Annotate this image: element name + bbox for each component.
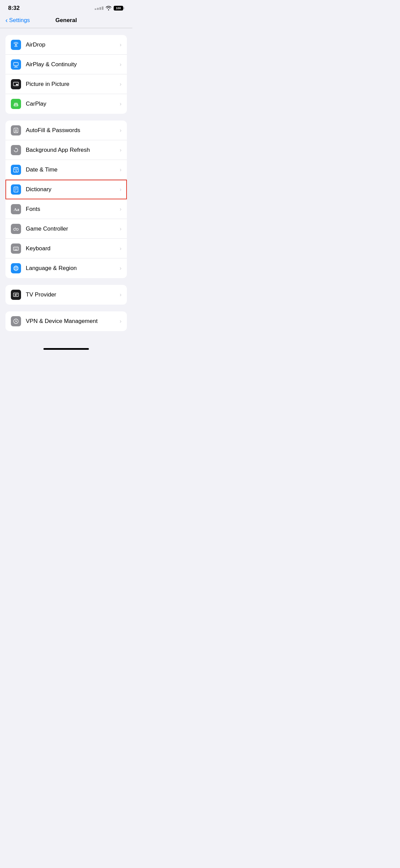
svg-rect-8 xyxy=(14,128,18,133)
fonts-label: Fonts xyxy=(26,206,118,213)
settings-group-1: AirDrop›AirPlay & Continuity›Picture in … xyxy=(5,35,127,114)
svg-point-23 xyxy=(15,229,16,230)
airplay-icon xyxy=(11,59,21,70)
status-time: 8:32 xyxy=(8,5,20,12)
pip-chevron-icon: › xyxy=(120,81,121,87)
settings-row-dictionary[interactable]: Dictionary› xyxy=(5,180,127,199)
vpn-label: VPN & Device Management xyxy=(26,318,118,325)
airplay-chevron-icon: › xyxy=(120,61,121,68)
battery-icon: 100 xyxy=(114,6,124,11)
gamecontroller-label: Game Controller xyxy=(26,225,118,232)
airdrop-chevron-icon: › xyxy=(120,42,121,48)
keyboard-chevron-icon: › xyxy=(120,246,121,252)
autofill-label: AutoFill & Passwords xyxy=(26,127,118,134)
airdrop-label: AirDrop xyxy=(26,41,118,48)
bgrefresh-icon xyxy=(11,145,21,155)
pip-label: Picture in Picture xyxy=(26,81,118,88)
home-bar xyxy=(43,348,89,350)
airplay-label: AirPlay & Continuity xyxy=(26,61,118,68)
language-icon xyxy=(11,263,21,273)
settings-row-vpn[interactable]: VPN & Device Management› xyxy=(5,311,127,331)
airdrop-icon xyxy=(11,40,21,50)
status-icons: 100 xyxy=(95,6,124,11)
settings-group-4: VPN & Device Management› xyxy=(5,311,127,331)
svg-rect-1 xyxy=(14,62,18,66)
bgrefresh-chevron-icon: › xyxy=(120,147,121,153)
back-chevron-icon: ‹ xyxy=(5,16,8,24)
wifi-icon xyxy=(106,6,112,11)
language-label: Language & Region xyxy=(26,265,118,272)
svg-point-35 xyxy=(14,266,18,271)
settings-content: AirDrop›AirPlay & Continuity›Picture in … xyxy=(0,28,132,345)
gamecontroller-chevron-icon: › xyxy=(120,226,121,232)
svg-rect-16 xyxy=(14,187,18,192)
tvprovider-chevron-icon: › xyxy=(120,292,121,298)
settings-group-2: AutoFill & Passwords›Background App Refr… xyxy=(5,121,127,278)
signal-icon xyxy=(95,6,103,10)
svg-rect-4 xyxy=(16,84,18,85)
vpn-icon xyxy=(11,316,21,326)
carplay-icon xyxy=(11,99,21,109)
bgrefresh-label: Background App Refresh xyxy=(26,147,118,153)
settings-row-tvprovider[interactable]: $TV Provider› xyxy=(5,285,127,305)
dictionary-icon xyxy=(11,184,21,195)
settings-row-datetime[interactable]: Date & Time› xyxy=(5,160,127,180)
carplay-label: CarPlay xyxy=(26,101,118,107)
svg-point-0 xyxy=(15,44,17,46)
carplay-chevron-icon: › xyxy=(120,101,121,107)
nav-bar: ‹ Settings General xyxy=(0,14,132,28)
settings-row-bgrefresh[interactable]: Background App Refresh› xyxy=(5,140,127,160)
back-button[interactable]: ‹ Settings xyxy=(5,17,30,24)
fonts-icon: Aa xyxy=(11,204,21,214)
settings-row-autofill[interactable]: AutoFill & Passwords› xyxy=(5,121,127,140)
settings-row-airdrop[interactable]: AirDrop› xyxy=(5,35,127,55)
datetime-label: Date & Time xyxy=(26,166,118,173)
settings-row-keyboard[interactable]: Keyboard› xyxy=(5,239,127,258)
settings-row-carplay[interactable]: CarPlay› xyxy=(5,94,127,114)
dictionary-label: Dictionary xyxy=(26,186,118,193)
settings-row-airplay[interactable]: AirPlay & Continuity› xyxy=(5,55,127,74)
settings-row-pip[interactable]: Picture in Picture› xyxy=(5,74,127,94)
status-bar: 8:32 100 xyxy=(0,0,132,14)
settings-row-gamecontroller[interactable]: Game Controller› xyxy=(5,219,127,239)
dictionary-chevron-icon: › xyxy=(120,186,121,193)
autofill-icon xyxy=(11,125,21,135)
svg-point-7 xyxy=(17,105,18,106)
svg-point-9 xyxy=(15,129,17,131)
autofill-chevron-icon: › xyxy=(120,127,121,133)
home-indicator xyxy=(0,345,132,352)
settings-row-fonts[interactable]: AaFonts› xyxy=(5,199,127,219)
vpn-chevron-icon: › xyxy=(120,318,121,324)
fonts-chevron-icon: › xyxy=(120,206,121,212)
keyboard-icon xyxy=(11,243,21,254)
gamecontroller-icon xyxy=(11,224,21,234)
datetime-icon xyxy=(11,165,21,175)
svg-point-6 xyxy=(15,105,15,106)
svg-point-36 xyxy=(15,266,17,271)
svg-rect-5 xyxy=(14,105,18,106)
datetime-chevron-icon: › xyxy=(120,167,121,173)
svg-point-45 xyxy=(16,321,17,322)
tvprovider-icon: $ xyxy=(11,290,21,300)
keyboard-label: Keyboard xyxy=(26,245,118,252)
back-label: Settings xyxy=(9,17,30,24)
tvprovider-label: TV Provider xyxy=(26,291,118,298)
settings-row-language[interactable]: Language & Region› xyxy=(5,258,127,278)
pip-icon xyxy=(11,79,21,89)
svg-text:Aa: Aa xyxy=(14,207,19,212)
page-title: General xyxy=(55,17,77,24)
language-chevron-icon: › xyxy=(120,265,121,271)
settings-group-3: $TV Provider› xyxy=(5,285,127,305)
